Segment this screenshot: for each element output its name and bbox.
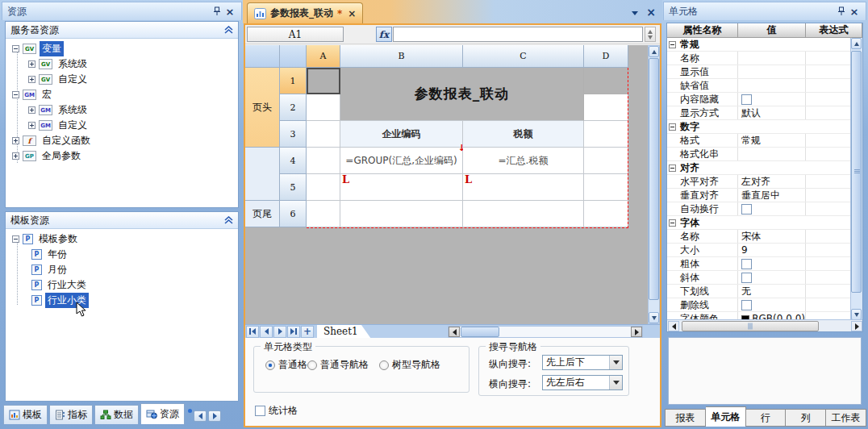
tab-close-icon[interactable]: × — [348, 8, 356, 19]
expand-icon[interactable] — [28, 122, 35, 129]
cell-A3[interactable] — [307, 121, 340, 148]
cell-A4[interactable] — [307, 148, 340, 174]
row-header-2[interactable]: 2 — [280, 94, 307, 121]
cell-D1[interactable] — [584, 68, 628, 94]
property-vertical-scrollbar[interactable] — [850, 38, 862, 320]
header-expression[interactable]: 表达式 — [806, 23, 862, 38]
tab-worksheet[interactable]: 工作表 — [826, 409, 866, 427]
tree-item-industry-major[interactable]: P 行业大类 — [6, 277, 238, 293]
expand-icon[interactable] — [28, 76, 35, 83]
sheet-tab[interactable]: Sheet1 — [317, 325, 371, 339]
grid-horizontal-scrollbar[interactable] — [448, 326, 643, 338]
tree-item-macro[interactable]: GM 宏 — [6, 87, 238, 102]
cell-C3[interactable]: 税额 — [463, 121, 584, 148]
scroll-left-button[interactable] — [449, 327, 460, 337]
collapse-icon[interactable] — [669, 123, 676, 131]
scrollbar-thumb[interactable] — [649, 58, 659, 300]
cell-D5[interactable] — [584, 174, 628, 201]
scroll-up-button[interactable] — [851, 38, 862, 49]
fx-button[interactable]: fx — [376, 27, 392, 42]
property-row-font-size[interactable]: 大小9 — [667, 244, 851, 257]
tree-item-template-params[interactable]: P 模板参数 — [6, 231, 238, 247]
checkbox-icon[interactable] — [741, 259, 752, 269]
pin-icon[interactable] — [211, 6, 223, 18]
tab-template[interactable]: 模板 — [3, 405, 48, 424]
tab-report[interactable]: 报表 — [665, 409, 706, 427]
collapse-chevron-icon[interactable] — [224, 26, 233, 34]
header-property-name[interactable]: 属性名称 — [667, 23, 738, 38]
scroll-down-button[interactable] — [851, 309, 862, 320]
cell-B5[interactable]: L — [340, 174, 463, 201]
property-row-underline[interactable]: 下划线无 — [667, 285, 851, 298]
chevron-down-icon[interactable] — [609, 356, 622, 369]
property-row-strikethrough[interactable]: 删除线 — [667, 298, 851, 312]
radio-icon[interactable] — [265, 360, 275, 370]
radio-tree-nav-cell[interactable]: 树型导航格 — [379, 358, 440, 372]
tree-item-label[interactable]: 变量 — [40, 41, 64, 56]
cell-C6[interactable] — [463, 201, 584, 227]
property-row-bold[interactable]: 粗体 — [667, 257, 851, 271]
property-row-format[interactable]: 格式常规 — [667, 134, 851, 148]
scrollbar-thumb[interactable] — [851, 51, 862, 293]
tree-item-variables[interactable]: GV 变量 — [6, 41, 238, 56]
tree-item-label[interactable]: 自定义 — [56, 72, 90, 87]
tree-item-label[interactable]: 月份 — [45, 262, 69, 277]
scroll-right-button[interactable] — [851, 321, 862, 331]
tab-column[interactable]: 列 — [786, 409, 826, 427]
chevron-down-icon[interactable] — [609, 376, 622, 389]
cell-C5[interactable]: L — [463, 174, 584, 201]
collapse-icon[interactable] — [669, 219, 676, 227]
checkbox-icon[interactable] — [741, 204, 752, 214]
select-all-corner[interactable] — [280, 45, 307, 68]
scroll-down-button[interactable] — [649, 312, 659, 323]
template-resources-header[interactable]: 模板资源 — [6, 212, 238, 229]
property-row-italic[interactable]: 斜体 — [667, 271, 851, 285]
checkbox-icon[interactable] — [741, 94, 752, 105]
document-tab[interactable]: 参数报表_联动 * × — [247, 2, 363, 23]
checkbox-icon[interactable] — [741, 273, 752, 283]
scrollbar-thumb[interactable] — [461, 327, 499, 337]
scroll-right-button[interactable] — [208, 410, 221, 422]
tree-item-label[interactable]: 行业大类 — [45, 277, 89, 293]
column-header-B[interactable]: B — [340, 45, 463, 68]
property-row-display-value[interactable]: 显示值 — [667, 65, 851, 79]
tab-cell[interactable]: 单元格 — [706, 406, 746, 427]
property-row-content-hidden[interactable]: 内容隐藏 — [667, 93, 851, 106]
property-row-format-string[interactable]: 格式化串 — [667, 148, 851, 161]
scroll-up-button[interactable] — [649, 46, 659, 57]
tree-item-year[interactable]: P 年份 — [6, 247, 238, 262]
first-sheet-button[interactable] — [246, 326, 259, 338]
row-header-3[interactable]: 3 — [280, 121, 307, 148]
horizontal-search-dropdown[interactable]: 先左后右 — [542, 375, 623, 390]
cell-title-merged[interactable]: 参数报表_联动 — [340, 68, 584, 121]
vertical-search-dropdown[interactable]: 先上后下 — [542, 355, 623, 370]
scroll-right-button[interactable] — [631, 327, 642, 337]
scroll-left-button[interactable] — [194, 410, 207, 422]
radio-normal-cell[interactable]: 普通格 — [265, 358, 307, 372]
cell-B4[interactable]: =GROUP(汇总,企业编码) ↓ — [340, 148, 463, 174]
radio-icon[interactable] — [307, 360, 317, 370]
collapse-chevron-icon[interactable] — [224, 216, 233, 224]
tree-item-global-params[interactable]: GP 全局参数 — [6, 148, 238, 164]
property-row-valign[interactable]: 垂直对齐垂直居中 — [667, 189, 851, 202]
cell-D2[interactable] — [584, 94, 628, 121]
collapse-icon[interactable] — [12, 235, 19, 243]
band-corner-cell[interactable] — [245, 45, 280, 68]
tree-item-custom-macro[interactable]: GM 自定义 — [6, 118, 238, 133]
property-row-default-value[interactable]: 缺省值 — [667, 79, 851, 93]
expand-icon[interactable] — [28, 60, 35, 68]
property-horizontal-scrollbar[interactable] — [667, 319, 863, 331]
tree-item-label[interactable]: 宏 — [40, 87, 54, 102]
property-row-word-wrap[interactable]: 自动换行 — [667, 202, 851, 216]
tab-list-dropdown-icon[interactable] — [632, 6, 638, 18]
column-header-D[interactable]: D — [584, 45, 628, 68]
tree-item-custom-function[interactable]: f 自定义函数 — [6, 133, 238, 148]
cell-B3[interactable]: 企业编码 — [340, 121, 463, 148]
property-group-number[interactable]: 数字 — [667, 120, 851, 134]
tab-resources[interactable]: 资源 — [140, 403, 185, 424]
tree-item-label[interactable]: 自定义函数 — [40, 133, 93, 148]
tree-item-system-vars[interactable]: GV 系统级 — [6, 56, 238, 72]
checkbox-icon[interactable] — [741, 300, 752, 310]
row-header-4[interactable]: 4 — [280, 148, 307, 174]
collapse-icon[interactable] — [669, 165, 676, 172]
